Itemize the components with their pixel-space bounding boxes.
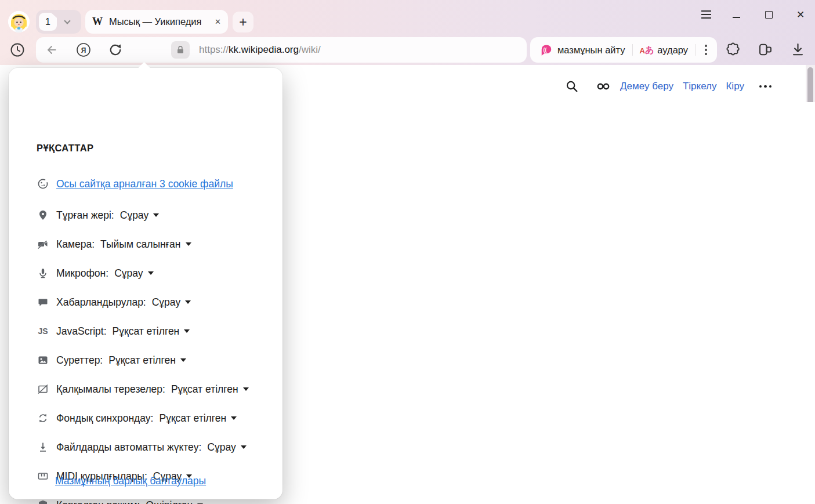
window-menu-button[interactable]	[698, 8, 714, 21]
caret-down-icon	[180, 358, 186, 362]
permission-row-location: Тұрған жері: Сұрау	[37, 208, 159, 223]
permission-value-dropdown[interactable]: Өшірілген	[146, 499, 203, 504]
caret-down-icon	[185, 300, 191, 304]
permission-row-background-sync: Фондық синхрондау: Рұқсат етілген	[37, 411, 237, 426]
permission-row-images: Суреттер: Рұқсат етілген	[37, 353, 186, 368]
tab-counter-badge: 1	[39, 13, 57, 31]
all-content-settings-link[interactable]: Мазмұнның барлық баптаулары	[55, 475, 206, 487]
caret-down-icon	[186, 242, 191, 246]
lock-icon	[175, 45, 186, 55]
caret-down-icon	[243, 387, 249, 391]
tab-counter[interactable]: 1	[36, 10, 81, 34]
more-options-icon[interactable]	[759, 85, 772, 88]
register-link[interactable]: Тіркелу	[683, 81, 717, 92]
permission-value-dropdown[interactable]: Сұрау	[152, 296, 191, 309]
yandex-services-icon[interactable]: Я	[75, 42, 92, 58]
history-icon[interactable]	[9, 42, 26, 58]
notifications-icon	[37, 296, 49, 308]
cookies-link[interactable]: Осы сайтқа арналған 3 cookie файлы	[56, 178, 233, 190]
divider	[632, 44, 633, 56]
permission-row-auto-download: Файлдарды автоматты жүктеу: Сұрау	[37, 440, 247, 455]
browser-tab[interactable]: W Мысық — Уикипедия ✕	[85, 10, 228, 34]
caret-down-icon	[148, 271, 154, 275]
tab-close-icon[interactable]: ✕	[215, 17, 221, 26]
wikipedia-favicon: W	[92, 16, 103, 28]
permission-value-dropdown[interactable]: Тыйым салынған	[100, 238, 191, 251]
images-icon	[37, 354, 49, 366]
popups-icon	[37, 383, 49, 395]
browser-chrome: 1 W Мысық — Уикипедия ✕ + ✕ Я	[0, 0, 815, 65]
svg-text:((: ((	[544, 47, 547, 53]
svg-text:Я: Я	[81, 46, 86, 55]
caret-down-icon	[153, 213, 159, 217]
permission-row-javascript: JS JavaScript: Рұқсат етілген	[37, 324, 190, 339]
cookies-row: Осы сайтқа арналған 3 cookie файлы	[37, 176, 233, 191]
donate-link[interactable]: Демеу беру	[620, 81, 673, 92]
translate-icon: Аあ	[640, 45, 654, 56]
appearance-icon[interactable]	[596, 81, 611, 92]
downloads-icon[interactable]	[790, 42, 806, 57]
permission-value-dropdown[interactable]: Рұқсат етілген	[108, 354, 186, 367]
page-actions-bar: (( мазмұнын айту Аあ аудару	[530, 37, 717, 63]
microphone-icon	[37, 267, 49, 279]
permission-value-dropdown[interactable]: Сұрау	[114, 267, 153, 280]
caret-down-icon	[241, 445, 247, 449]
permission-row-notifications: Хабарландырулар: Сұрау	[37, 295, 191, 310]
permission-value-dropdown[interactable]: Рұқсат етілген	[113, 325, 190, 338]
midi-icon	[37, 470, 49, 482]
caret-down-icon	[231, 416, 237, 420]
divider	[695, 44, 696, 56]
wiki-user-toolbar: Демеу беру Тіркелу Кіру	[566, 80, 771, 93]
browser-window: Демеу беру Тіркелу Кіру 文A 273 тіл Оқу Ө…	[0, 0, 815, 504]
permissions-panel: РҰҚСАТТАР Осы сайтқа арналған 3 cookie ф…	[9, 68, 282, 499]
address-bar[interactable]: Я https://kk.wikipedia.org/wiki/Мысық	[36, 37, 527, 63]
permission-value-dropdown[interactable]: Рұқсат етілген	[159, 412, 237, 425]
permission-row-microphone: Микрофон: Сұрау	[37, 266, 154, 281]
chevron-down-icon	[64, 17, 70, 24]
site-security-button[interactable]	[171, 41, 190, 59]
javascript-icon: JS	[37, 327, 49, 336]
tab-title: Мысық — Уикипедия	[109, 16, 210, 27]
collections-icon[interactable]	[758, 42, 773, 57]
back-icon[interactable]	[45, 43, 58, 56]
read-aloud-button[interactable]: мазмұнын айту	[557, 45, 625, 56]
cookie-icon	[37, 178, 49, 190]
window-close-button[interactable]: ✕	[792, 8, 809, 21]
extensions-icon[interactable]	[726, 42, 741, 57]
translate-button[interactable]: аудару	[657, 45, 688, 56]
window-maximize-button[interactable]	[760, 8, 777, 21]
browser-toolbar: Я https://kk.wikipedia.org/wiki/Мысық ((	[0, 36, 815, 65]
new-tab-button[interactable]: +	[233, 12, 253, 32]
permission-value-dropdown[interactable]: Сұрау	[207, 441, 246, 454]
window-minimize-button[interactable]	[728, 8, 744, 21]
location-icon	[37, 209, 49, 221]
permission-row-popups: Қалқымалы терезелер: Рұқсат етілген	[37, 382, 249, 397]
shield-icon	[37, 499, 49, 504]
read-aloud-icon: ((	[540, 43, 553, 56]
reload-icon[interactable]	[108, 42, 123, 57]
more-actions-icon[interactable]	[705, 45, 707, 55]
panel-title: РҰҚСАТТАР	[37, 143, 94, 154]
permission-value-dropdown[interactable]: Рұқсат етілген	[171, 383, 249, 396]
permission-row-protected-mode: Қорғалған режим: Өшірілген	[37, 498, 203, 504]
sync-icon	[37, 412, 49, 424]
auto-download-icon	[37, 441, 49, 453]
login-link[interactable]: Кіру	[726, 81, 744, 92]
camera-off-icon	[37, 238, 49, 250]
caret-down-icon	[184, 329, 190, 333]
permission-row-camera: Камера: Тыйым салынған	[37, 237, 191, 252]
profile-avatar[interactable]	[8, 11, 30, 32]
search-icon[interactable]	[566, 80, 578, 93]
url-text[interactable]: https://kk.wikipedia.org/wiki/Мысық	[199, 37, 321, 63]
permission-value-dropdown[interactable]: Сұрау	[120, 209, 159, 222]
